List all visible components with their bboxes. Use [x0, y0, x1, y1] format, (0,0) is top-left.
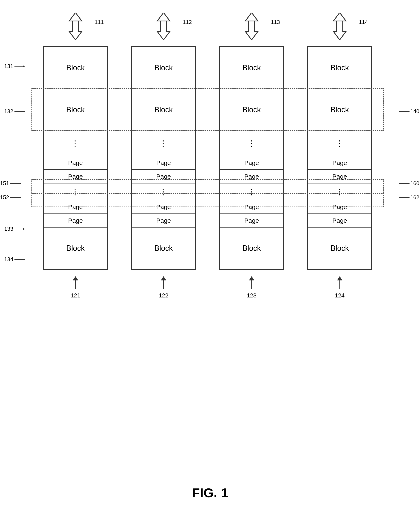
columns-grid: Block Block ⋮ Page Page ⋮ Page Page Bloc…: [31, 46, 384, 270]
block-row134-col4: Block: [308, 227, 372, 269]
svg-marker-17: [23, 228, 25, 230]
dots-col3: ⋮: [220, 131, 284, 156]
svg-marker-30: [337, 276, 342, 280]
page-133a-col2: Page: [132, 200, 195, 214]
arrow-container-2: 112: [131, 13, 196, 40]
double-arrow-4: [331, 13, 348, 40]
arrow-label-1: 111: [95, 19, 104, 25]
page-151-col4: Page: [308, 156, 372, 170]
block-row132-col2: Block: [132, 89, 195, 131]
bottom-label-2: 122: [131, 276, 196, 299]
block-row131-col3: Block: [220, 47, 284, 89]
page-133a-col3: Page: [220, 200, 284, 214]
arrow-container-1: 111: [43, 13, 108, 40]
page-151-col1: Page: [44, 156, 107, 170]
col-label-4: 124: [335, 292, 345, 299]
double-arrow-1: [67, 13, 84, 40]
figure-caption: FIG. 1: [192, 485, 228, 500]
column-4: Block Block ⋮ Page Page ⋮ Page Page Bloc…: [307, 46, 372, 270]
dots-col4: ⋮: [308, 131, 372, 156]
arrow-label-4: 114: [359, 19, 368, 25]
block-row134-col3: Block: [220, 227, 284, 269]
page-152-col1: Page: [44, 170, 107, 183]
bottom-label-4: 124: [307, 276, 372, 299]
svg-marker-24: [73, 276, 78, 280]
page-152-col3: Page: [220, 170, 284, 183]
up-arrow-1: [70, 276, 81, 291]
page-133a-col1: Page: [44, 200, 107, 214]
page-151-col2: Page: [132, 156, 195, 170]
label-140: 140: [399, 108, 419, 115]
label-131: 131: [4, 63, 25, 69]
up-arrow-4: [334, 276, 345, 291]
block-row134-col1: Block: [44, 227, 107, 269]
svg-marker-7: [333, 21, 346, 40]
block-row132-col1: Block: [44, 89, 107, 131]
block-row132-col3: Block: [220, 89, 284, 131]
dots-col2: ⋮: [132, 131, 195, 156]
bottom-label-1: 121: [43, 276, 108, 299]
arrow-container-4: 114: [307, 13, 372, 40]
page-133b-col2: Page: [132, 214, 195, 227]
label-133: 133: [4, 226, 25, 232]
page-151-col3: Page: [220, 156, 284, 170]
col-label-2: 122: [159, 292, 169, 299]
block-row131-col4: Block: [308, 47, 372, 89]
label-151: 151: [0, 180, 21, 187]
page-133b-col1: Page: [44, 214, 107, 227]
svg-marker-26: [161, 276, 166, 280]
up-arrow-3: [246, 276, 257, 291]
dots2-col3: ⋮: [220, 183, 284, 200]
bottom-labels-row: 121 122 123 124: [21, 276, 394, 299]
dots2-col2: ⋮: [132, 183, 195, 200]
column-3: Block Block ⋮ Page Page ⋮ Page Page Bloc…: [219, 46, 284, 270]
col-label-3: 123: [247, 292, 257, 299]
double-arrow-2: [155, 13, 172, 40]
block-row132-col4: Block: [308, 89, 372, 131]
label-160: 160: [399, 180, 419, 187]
page-133b-col3: Page: [220, 214, 284, 227]
svg-marker-13: [19, 182, 21, 185]
svg-marker-5: [245, 21, 258, 40]
dots2-col1: ⋮: [44, 183, 107, 200]
arrow-container-3: 113: [219, 13, 284, 40]
page-133b-col4: Page: [308, 214, 372, 227]
page-152-col4: Page: [308, 170, 372, 183]
svg-marker-15: [19, 196, 21, 199]
page-133a-col4: Page: [308, 200, 372, 214]
arrow-label-2: 112: [183, 19, 192, 25]
label-132: 132: [4, 108, 25, 115]
diagram: 111 112 113 114: [21, 13, 394, 495]
dots-col1: ⋮: [44, 131, 107, 156]
col-label-1: 121: [71, 292, 81, 299]
double-arrow-3: [243, 13, 260, 40]
svg-marker-11: [23, 110, 25, 113]
label-134: 134: [4, 256, 25, 262]
arrow-label-3: 113: [271, 19, 280, 25]
label-162: 162: [399, 194, 419, 201]
block-row131-col2: Block: [132, 47, 195, 89]
column-2: Block Block ⋮ Page Page ⋮ Page Page Bloc…: [131, 46, 196, 270]
svg-marker-28: [249, 276, 254, 280]
label-152: 152: [0, 194, 21, 201]
bottom-label-3: 123: [219, 276, 284, 299]
svg-marker-1: [69, 21, 82, 40]
svg-marker-9: [23, 65, 25, 67]
block-row131-col1: Block: [44, 47, 107, 89]
svg-marker-3: [157, 21, 170, 40]
column-1: Block Block ⋮ Page Page ⋮ Page Page Bloc…: [43, 46, 108, 270]
dots2-col4: ⋮: [308, 183, 372, 200]
block-row134-col2: Block: [132, 227, 195, 269]
page-152-col2: Page: [132, 170, 195, 183]
up-arrow-2: [158, 276, 169, 291]
svg-marker-19: [23, 258, 25, 261]
